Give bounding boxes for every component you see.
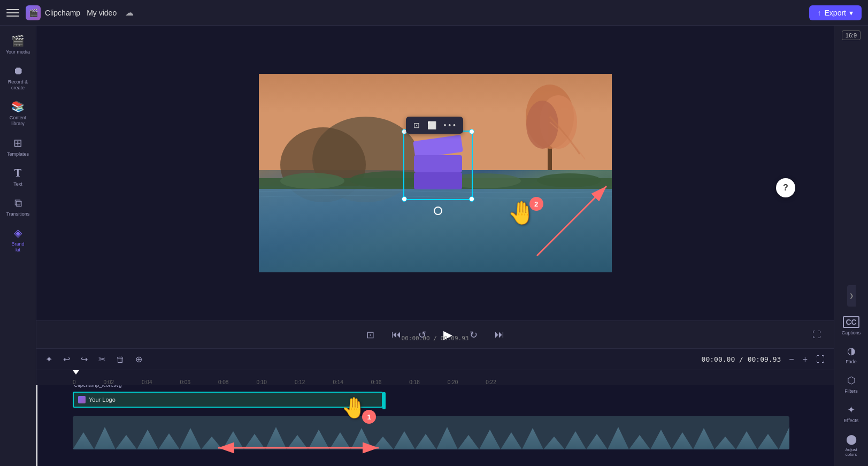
zoom-controls: − + ⛶ <box>786 353 827 366</box>
svg-rect-14 <box>414 155 462 172</box>
logo-icon: 🎬 <box>26 5 41 20</box>
text-icon: T <box>14 167 21 179</box>
timeline-area: ✦ ↩ ↪ ✂ 🗑 ⊕ 00:00.00 / 00:09.93 − + ⛶ <box>36 348 834 466</box>
logo-element[interactable] <box>406 133 470 197</box>
timeline-timecode: 00:00.00 / 00:09.93 <box>702 355 781 363</box>
svg-marker-33 <box>372 437 394 449</box>
cloud-icon[interactable]: ☁ <box>125 7 134 18</box>
transform-button[interactable]: ⬜ <box>424 119 440 132</box>
export-chevron-icon: ▾ <box>849 9 853 17</box>
sidebar: 🎬 Your media ⏺ Record &create 📚 Contentl… <box>0 26 36 466</box>
timeline-tracks: Clipchamp_icon.svg Your Logo <box>36 385 834 466</box>
sidebar-label-transitions: Transitions <box>6 211 30 217</box>
split-button[interactable]: ✂ <box>96 353 108 366</box>
sidebar-item-templates[interactable]: ⊞ Templates <box>2 132 35 162</box>
playback-timecode: 00:00.00 / 00:09.93 <box>402 335 469 347</box>
ruler-mark-2: 0:04 <box>142 379 152 385</box>
fit-timeline-button[interactable]: ⛶ <box>813 353 827 366</box>
app-logo[interactable]: 🎬 Clipchamp <box>26 5 80 20</box>
sidebar-label-text: Text <box>13 181 22 187</box>
svg-marker-44 <box>608 427 629 449</box>
fullscreen-button[interactable]: ⛶ <box>808 328 825 342</box>
clip-logo-icon <box>78 396 86 403</box>
video-clip[interactable] <box>73 416 789 449</box>
svg-marker-42 <box>565 431 586 449</box>
svg-marker-43 <box>586 434 608 449</box>
svg-marker-46 <box>650 430 672 449</box>
svg-marker-26 <box>222 431 244 449</box>
sidebar-item-content-library[interactable]: 📚 Contentlibrary <box>2 96 35 131</box>
adjust-colors-label: Adjustcolors <box>845 447 857 457</box>
svg-marker-47 <box>672 432 693 449</box>
svg-marker-34 <box>394 431 415 449</box>
panel-item-captions[interactable]: CC Captions <box>836 312 867 340</box>
delete-button[interactable]: 🗑 <box>113 353 127 366</box>
export-button[interactable]: ↑ Export ▾ <box>809 5 862 20</box>
sidebar-item-your-media[interactable]: 🎬 Your media <box>2 30 35 59</box>
sidebar-item-text[interactable]: T Text <box>2 163 35 192</box>
svg-marker-40 <box>522 428 543 449</box>
svg-marker-29 <box>287 435 308 449</box>
skip-forward-button[interactable]: ⏭ <box>490 327 509 342</box>
clip-logo-label: Your Logo <box>89 396 116 403</box>
ruler-mark-11: 0:22 <box>486 379 496 385</box>
menu-button[interactable] <box>6 6 19 19</box>
brand-kit-icon: ◈ <box>14 226 22 239</box>
right-panel-collapse-button[interactable]: ❯ <box>847 285 856 307</box>
svg-marker-20 <box>94 427 116 449</box>
sidebar-label-content-library: Contentlibrary <box>10 115 27 127</box>
panel-item-effects[interactable]: ✦ Effects <box>836 400 867 428</box>
svg-rect-13 <box>413 135 463 158</box>
sidebar-item-transitions[interactable]: ⧉ Transitions <box>2 193 35 221</box>
svg-marker-19 <box>73 432 94 449</box>
ruler-mark-1: 0:02 <box>104 379 114 385</box>
svg-marker-32 <box>351 428 372 449</box>
filters-icon: ⬡ <box>847 375 856 386</box>
adjust-colors-icon: ⬤ <box>846 433 857 445</box>
ruler-mark-4: 0:08 <box>218 379 228 385</box>
clip-end-handle[interactable] <box>382 392 386 409</box>
more-options-button[interactable]: • • • <box>441 119 459 132</box>
svg-marker-51 <box>757 434 779 449</box>
timeline-ruler: 0 0:02 0:04 0:06 0:08 0:10 0:12 0:14 0:1… <box>36 370 834 385</box>
panel-item-filters[interactable]: ⬡ Filters <box>836 370 867 399</box>
right-panel: 16:9 ❯ CC Captions ◑ Fade ⬡ Filters ✦ Ef… <box>834 26 868 466</box>
zoom-out-button[interactable]: − <box>786 353 796 366</box>
logo-clip[interactable]: Your Logo <box>73 392 383 408</box>
subtitle-toggle-button[interactable]: ⊡ <box>362 327 379 343</box>
svg-rect-7 <box>259 186 612 272</box>
app-name: Clipchamp <box>45 9 80 17</box>
sidebar-item-brand-kit[interactable]: ◈ Brandkit <box>2 222 35 257</box>
add-media-button[interactable]: ⊕ <box>133 353 145 366</box>
help-button[interactable]: ? <box>776 178 795 197</box>
zoom-in-button[interactable]: + <box>800 353 810 366</box>
video-track <box>73 414 834 450</box>
aspect-ratio-badge[interactable]: 16:9 <box>842 30 861 40</box>
svg-marker-27 <box>244 434 265 449</box>
video-preview: ⊡ ⬜ • • • 🤚 2 <box>36 26 834 320</box>
panel-item-fade[interactable]: ◑ Fade <box>836 341 867 369</box>
svg-marker-50 <box>736 431 757 449</box>
panel-item-adjust-colors[interactable]: ⬤ Adjustcolors <box>836 429 867 462</box>
ruler-mark-7: 0:14 <box>333 379 343 385</box>
video-title[interactable]: My video <box>87 9 117 17</box>
collapse-icon: ❯ <box>849 293 854 299</box>
timeline-magic-button[interactable]: ✦ <box>43 353 55 366</box>
sidebar-item-record[interactable]: ⏺ Record &create <box>2 60 35 95</box>
svg-marker-38 <box>479 430 501 449</box>
redo-button[interactable]: ↪ <box>78 353 90 366</box>
sidebar-label-record: Record &create <box>8 79 28 91</box>
sidebar-label-brand-kit: Brandkit <box>11 241 24 253</box>
record-icon: ⏺ <box>13 65 24 77</box>
ruler-mark-10: 0:20 <box>448 379 458 385</box>
export-label: Export <box>825 9 846 17</box>
svg-marker-35 <box>415 434 436 449</box>
ruler-mark-0: 0 <box>73 379 76 385</box>
svg-marker-22 <box>137 430 158 449</box>
crop-button[interactable]: ⊡ <box>410 119 423 132</box>
undo-button[interactable]: ↩ <box>60 353 73 366</box>
svg-marker-25 <box>201 437 222 449</box>
ruler-mark-9: 0:18 <box>409 379 419 385</box>
svg-marker-39 <box>501 432 522 449</box>
svg-point-12 <box>537 173 601 187</box>
